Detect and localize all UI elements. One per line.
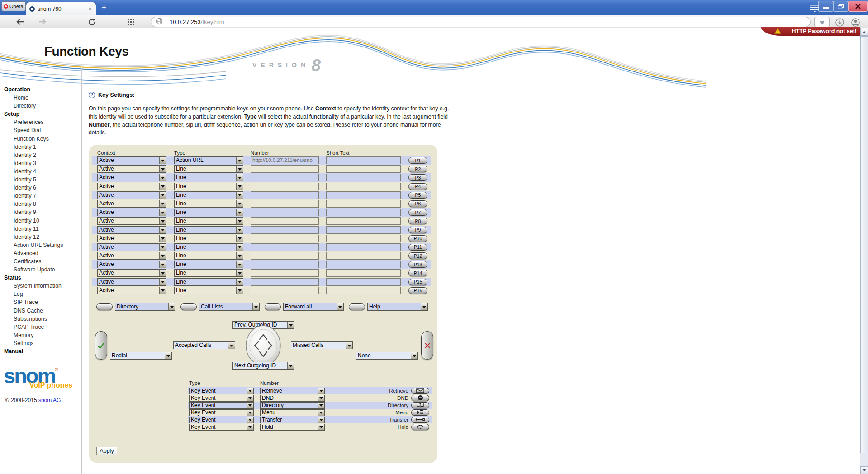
download-icon[interactable]: [835, 17, 844, 27]
key-button-p7[interactable]: P7: [408, 209, 427, 216]
sidebar-item-identity-7[interactable]: Identity 7: [0, 192, 81, 200]
sidebar-item-settings[interactable]: Settings: [0, 339, 81, 347]
number-input[interactable]: [251, 278, 319, 286]
keyevent-type-select[interactable]: Key Event: [189, 395, 254, 402]
sidebar-item-identity-1[interactable]: Identity 1: [0, 143, 81, 151]
number-input[interactable]: [251, 252, 319, 260]
key-button-p15[interactable]: P15: [408, 279, 427, 285]
sidebar-item-identity-8[interactable]: Identity 8: [0, 200, 81, 208]
keyevent-type-select[interactable]: Key Event: [189, 388, 254, 394]
new-tab-button[interactable]: +: [99, 3, 109, 13]
context-select[interactable]: Active: [97, 235, 166, 242]
dropdown-arrow-icon[interactable]: [159, 244, 166, 251]
sidebar-item-memory[interactable]: Memory: [0, 331, 81, 339]
keyevent-number-select[interactable]: Retrieve: [260, 388, 325, 394]
key-button-p6[interactable]: P6: [408, 200, 427, 207]
scrollbar-down-button[interactable]: [860, 466, 868, 474]
number-input[interactable]: [251, 261, 319, 268]
short-text-input[interactable]: [326, 165, 401, 173]
dropdown-arrow-icon[interactable]: [159, 227, 166, 233]
keyevent-button-menu[interactable]: [411, 409, 429, 416]
type-select[interactable]: Line: [174, 226, 243, 234]
sidebar-item-identity-5[interactable]: Identity 5: [0, 175, 81, 184]
short-text-input[interactable]: [326, 217, 401, 225]
sidebar-item-identity-3[interactable]: Identity 3: [0, 159, 81, 167]
dropdown-arrow-icon[interactable]: [228, 342, 235, 349]
keyevent-number-select[interactable]: DND: [260, 395, 325, 402]
type-select[interactable]: Line: [174, 287, 243, 294]
url-text[interactable]: 10.0.27.253/fkey.htm: [170, 19, 224, 25]
keyevent-number-select[interactable]: Transfer: [260, 417, 325, 423]
dropdown-arrow-icon[interactable]: [159, 270, 166, 276]
dropdown-arrow-icon[interactable]: [159, 174, 166, 181]
short-text-input[interactable]: [326, 287, 401, 294]
dropdown-arrow-icon[interactable]: [236, 157, 243, 164]
number-input[interactable]: [251, 183, 319, 190]
type-select[interactable]: Line: [174, 217, 243, 225]
context-select[interactable]: Active: [97, 226, 166, 234]
number-input[interactable]: [251, 226, 319, 234]
dropdown-arrow-icon[interactable]: [247, 417, 253, 423]
speed-dial-grid-icon[interactable]: [126, 17, 136, 26]
type-select[interactable]: Action URL: [174, 156, 243, 164]
type-select[interactable]: Line: [174, 174, 243, 181]
ok-check-button[interactable]: [95, 331, 107, 360]
context-select[interactable]: Active: [97, 252, 166, 260]
dropdown-arrow-icon[interactable]: [236, 166, 243, 172]
apply-button[interactable]: Apply: [96, 447, 117, 455]
dropdown-arrow-icon[interactable]: [236, 218, 243, 224]
dpad-select-none[interactable]: None: [356, 352, 418, 360]
key-button-p11[interactable]: P11: [408, 244, 427, 251]
keyevent-number-select[interactable]: Directory: [260, 402, 325, 409]
keyevent-button-retrieve[interactable]: [411, 388, 429, 394]
number-input[interactable]: [251, 191, 319, 199]
dropdown-arrow-icon[interactable]: [159, 235, 166, 242]
help-icon[interactable]: ?: [89, 92, 95, 98]
short-text-input[interactable]: [326, 183, 401, 190]
tab-close-icon[interactable]: ×: [87, 5, 93, 12]
scrollbar-track[interactable]: [860, 28, 868, 474]
dropdown-arrow-icon[interactable]: [247, 403, 253, 408]
short-text-input[interactable]: [326, 200, 401, 208]
dropdown-arrow-icon[interactable]: [236, 174, 243, 181]
key-button-p14[interactable]: P14: [408, 270, 427, 276]
context-select[interactable]: Active: [97, 243, 166, 251]
dropdown-arrow-icon[interactable]: [236, 261, 243, 268]
dpad-select-redial[interactable]: Redial: [110, 352, 172, 360]
quick-select-directory[interactable]: Directory: [115, 303, 175, 311]
dropdown-arrow-icon[interactable]: [236, 244, 243, 251]
context-select[interactable]: Active: [97, 191, 166, 199]
sidebar-item-certificates[interactable]: Certificates: [0, 257, 81, 265]
keyevent-number-select[interactable]: Hold: [260, 424, 325, 431]
dropdown-arrow-icon[interactable]: [346, 342, 352, 349]
key-button-p9[interactable]: P9: [408, 227, 427, 233]
forward-button[interactable]: [37, 17, 47, 26]
number-input[interactable]: [251, 165, 319, 173]
snom-ag-link[interactable]: snom AG: [38, 397, 61, 403]
sidebar-item-identity-4[interactable]: Identity 4: [0, 167, 81, 175]
dpad-navigation-circle[interactable]: [244, 325, 282, 366]
short-text-input[interactable]: [326, 278, 401, 286]
key-button-p16[interactable]: P16: [408, 287, 427, 294]
dropdown-arrow-icon[interactable]: [236, 252, 243, 259]
keyevent-type-select[interactable]: Key Event: [189, 417, 254, 423]
dropdown-arrow-icon[interactable]: [159, 287, 166, 294]
sidebar-item-identity-12[interactable]: Identity 12: [0, 233, 81, 241]
short-text-input[interactable]: [326, 252, 401, 260]
bookmark-heart-button[interactable]: [814, 17, 830, 27]
key-button-p10[interactable]: P10: [408, 235, 427, 242]
number-input[interactable]: [251, 287, 319, 294]
key-button-p3[interactable]: P3: [408, 174, 427, 181]
dropdown-arrow-icon[interactable]: [159, 261, 166, 268]
sidebar-item-identity-10[interactable]: Identity 10: [0, 217, 81, 225]
keyevent-button-directory[interactable]: [411, 402, 429, 408]
dropdown-arrow-icon[interactable]: [411, 352, 417, 359]
sidebar-item-subscriptions[interactable]: Subscriptions: [0, 315, 81, 323]
quick-select-forward-all[interactable]: Forward all: [283, 303, 344, 311]
dropdown-arrow-icon[interactable]: [159, 166, 166, 172]
short-text-input[interactable]: [326, 156, 401, 164]
dropdown-arrow-icon[interactable]: [159, 183, 166, 190]
sidebar-item-pcap-trace[interactable]: PCAP Trace: [0, 323, 81, 331]
type-select[interactable]: Line: [174, 261, 243, 268]
dropdown-arrow-icon[interactable]: [236, 279, 243, 285]
